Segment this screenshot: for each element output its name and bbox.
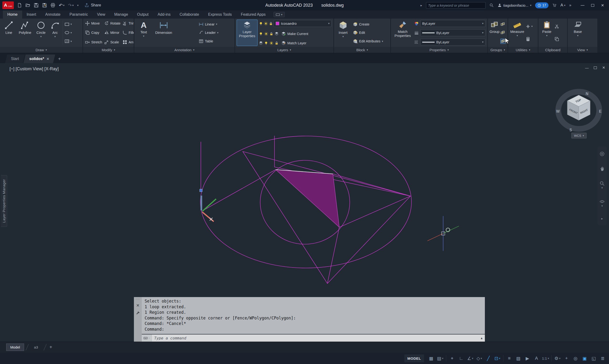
panel-label-annotation[interactable]: Annotation▾ [134,47,234,53]
polar-tracking-toggle[interactable]: ∠▾ [466,354,474,362]
file-tab-solidos[interactable]: solidos* ✕ [23,54,55,63]
share-button[interactable]: Share [85,3,101,7]
model-tab[interactable]: Model [6,343,24,351]
edit-block-button[interactable]: Edit [352,30,388,35]
lineweight-dropdown[interactable]: ByLayer▾ [420,29,485,36]
stretch-tool[interactable]: Stretch [85,40,103,45]
command-input-row[interactable]: ▾ ▲ [142,335,485,342]
ungroup-button[interactable] [500,22,506,27]
customization-button[interactable]: ≣ [599,354,607,362]
file-tab-close-icon[interactable]: ✕ [46,57,49,61]
insert-block-button[interactable]: Insert▾ [336,20,351,46]
new-file-button[interactable] [17,3,22,8]
create-block-button[interactable]: Create [352,22,388,27]
lineweight-toggle[interactable]: ≡ [505,354,513,362]
layer-isolate-icon[interactable] [259,32,263,36]
panel-label-modify[interactable]: Modify▾ [83,47,134,53]
id-point-button[interactable]: ▾ [526,24,534,29]
panel-label-clipboard[interactable]: Clipboard [538,47,567,53]
wcs-dropdown[interactable]: WCS▾ [571,133,587,138]
clean-screen-toggle[interactable]: ◱ [590,354,597,362]
layer-freeze-icon[interactable] [264,32,268,36]
plot-button[interactable] [51,3,55,8]
edit-attributes-button[interactable]: Edit Attributes▾ [352,39,388,44]
measure-button[interactable]: Measure▾ [510,20,525,46]
annotation-monitor-toggle[interactable]: + [563,354,570,362]
viewport-visual-style-menu[interactable]: [X-Ray] [44,66,59,71]
close-button[interactable]: ✕ [597,0,608,11]
base-view-button[interactable]: Base▾ [571,20,585,46]
mirror-tool[interactable]: Mirror [104,30,121,35]
match-properties-button[interactable]: Match Properties [392,20,413,46]
new-drawing-tab-button[interactable]: + [55,54,64,63]
object-snap-toggle[interactable]: ⊡▾ [493,354,501,362]
zoom-button[interactable]: ▾ [599,181,605,189]
leader-tool[interactable]: Leader▾ [198,30,232,35]
layer-unisolate-icon[interactable] [264,41,268,45]
redo-button[interactable]: ↷▾ [68,3,73,8]
minimize-button[interactable]: — [578,0,588,11]
search-icon[interactable] [489,3,494,7]
layer-thaw-icon[interactable] [264,21,268,26]
fillet-tool[interactable]: Fillet▾ [122,30,134,35]
table-tool[interactable]: Table [198,39,232,44]
selection-cycling-toggle[interactable]: ▶ [523,354,531,362]
viewport-restore-icon[interactable] [594,66,597,69]
ucs-icon[interactable] [200,189,216,221]
layer-off-icon[interactable] [274,32,279,36]
panel-label-properties[interactable]: Properties▾ [391,47,487,53]
arc-tool[interactable]: Arc▾ [49,20,61,46]
panel-label-groups[interactable]: Groups▾ [488,47,507,53]
graphics-performance-button[interactable]: ▣ [581,354,588,362]
search-expand-arrow[interactable]: ▸ [421,4,422,7]
drag-handle-icon[interactable]: ∷∷ [136,298,140,300]
redo-caret[interactable]: ▾ [72,4,74,7]
rectangle-tool[interactable]: ▾ [64,22,78,27]
workspace-switching-button[interactable]: ⚙▾ [554,354,561,362]
quick-calculator-button[interactable] [526,37,534,41]
ellipse-tool[interactable]: ▾ [64,30,78,35]
dynamic-input-toggle[interactable]: ⌖ [448,354,456,362]
object-snap-tracking-toggle[interactable]: ╱ [484,354,492,362]
ribbon-tab-insert[interactable]: Insert [22,11,41,19]
new-layout-button[interactable]: + [48,344,54,350]
panel-label-utilities[interactable]: Utilities▾ [508,47,538,53]
polyline-tool[interactable]: Polyline [17,20,33,46]
viewport-controls-menu[interactable]: [−] [10,66,14,71]
copy-clip-button[interactable] [555,37,562,41]
line-tool[interactable]: Line [1,20,16,46]
annotation-scale-button[interactable]: 1:1▾ [542,354,549,362]
grid-display-toggle[interactable]: ▦ [427,354,435,362]
linetype-dropdown[interactable]: ByLayer▾ [420,39,485,46]
open-file-button[interactable] [26,3,30,8]
scale-tool[interactable]: Scale [104,40,121,45]
copy-tool[interactable]: Copy [85,30,103,35]
annotation-visibility-toggle[interactable]: A [532,354,540,362]
viewcube-east[interactable]: E [599,109,602,113]
command-input[interactable] [152,336,479,340]
undo-caret[interactable]: ▾ [63,4,65,7]
save-as-button[interactable] [42,3,47,8]
transparency-toggle[interactable]: ▨ [514,354,522,362]
isolate-objects-button[interactable]: ◎ [571,354,580,362]
layer-prev-icon[interactable] [269,41,273,45]
maximize-button[interactable] [588,0,597,11]
isometric-drafting-toggle[interactable]: ◇▾ [475,354,483,362]
trim-tool[interactable]: Trim▾ [122,21,134,26]
navbar-more-button[interactable]: ▸ [601,217,603,220]
layer-walk-icon[interactable] [259,41,263,45]
match-layer-button[interactable]: Match Layer [281,41,307,46]
layer-on-icon[interactable] [259,21,263,26]
ribbon-tab-featured-apps[interactable]: Featured Apps [236,11,270,19]
dimension-tool[interactable]: Dimension [152,20,175,46]
ribbon-tab-home[interactable]: Home [3,11,22,19]
command-window-grip[interactable]: ∷∷ ✕ [134,297,142,342]
search-input[interactable] [428,3,483,7]
command-close-icon[interactable]: ✕ [136,303,139,308]
make-current-button[interactable]: Make Current [281,31,309,36]
snap-mode-toggle[interactable]: ▤▾ [436,354,444,362]
command-history-expand-icon[interactable]: ▲ [479,336,485,340]
rotate-tool[interactable]: Rotate [104,21,121,26]
autodesk-app-menu[interactable]: A▾ [560,3,565,8]
panel-label-view[interactable]: View▾ [568,47,597,53]
